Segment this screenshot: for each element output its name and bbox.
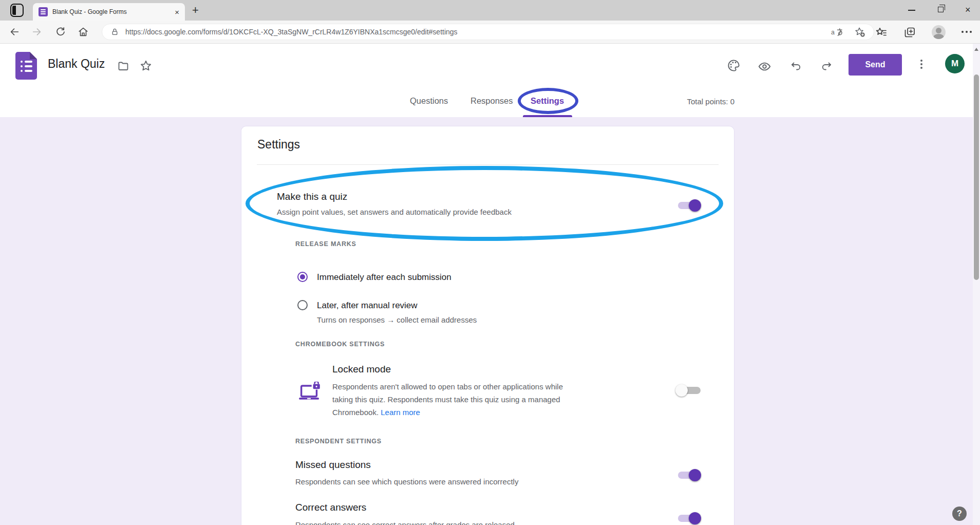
tab-title: Blank Quiz - Google Forms	[52, 8, 171, 15]
window-restore-button[interactable]	[938, 7, 944, 12]
google-forms-logo-icon[interactable]	[15, 52, 37, 80]
learn-more-link[interactable]: Learn more	[381, 408, 420, 417]
locked-mode-desc-line3: Chromebook. Learn more	[332, 406, 420, 419]
scrollbar-thumb[interactable]	[974, 74, 979, 280]
window-minimize-button[interactable]	[908, 10, 915, 11]
document-title[interactable]: Blank Quiz	[48, 57, 105, 71]
correct-answers-toggle[interactable]	[675, 512, 701, 525]
form-nav: Questions Responses Settings Total point…	[0, 87, 980, 117]
chromebook-settings-header: CHROMEBOOK SETTINGS	[295, 341, 385, 348]
locked-mode-laptop-lock-icon	[299, 382, 323, 402]
total-points-label: Total points: 0	[687, 97, 734, 106]
send-button[interactable]: Send	[849, 54, 902, 76]
star-icon[interactable]	[139, 59, 153, 72]
theme-palette-icon[interactable]	[727, 59, 741, 72]
translate-icon[interactable]: a	[831, 27, 844, 38]
correct-answers-title: Correct answers	[295, 502, 366, 513]
refresh-icon[interactable]	[55, 26, 66, 38]
preview-eye-icon[interactable]	[758, 60, 771, 73]
forms-header: Blank Quiz Send M	[0, 44, 980, 87]
annotation-ellipse-settings-tab	[518, 88, 578, 114]
url-text: https://docs.google.com/forms/d/1OKCFcL-…	[125, 28, 458, 36]
google-forms-favicon-icon	[39, 7, 48, 16]
radio-later-label[interactable]: Later, after manual review	[317, 301, 418, 311]
locked-mode-desc-line1: Respondents aren't allowed to open tabs …	[332, 380, 563, 393]
collections-icon[interactable]	[903, 26, 916, 39]
browser-profile-avatar[interactable]	[932, 25, 946, 39]
locked-mode-title: Locked mode	[332, 364, 391, 375]
locked-mode-desc-line3-text: Chromebook.	[332, 408, 379, 417]
svg-text:a: a	[831, 29, 835, 36]
annotation-ellipse-make-quiz	[246, 166, 723, 241]
radio-later-note: Turns on responses → collect email addre…	[317, 315, 477, 324]
undo-icon[interactable]	[790, 61, 802, 73]
missed-questions-title: Missed questions	[295, 459, 371, 471]
radio-immediately-label[interactable]: Immediately after each submission	[317, 272, 451, 283]
release-marks-header: RELEASE MARKS	[295, 240, 356, 248]
locked-mode-desc-line2: taking this quiz. Respondents must take …	[332, 393, 560, 406]
radio-later[interactable]	[297, 300, 308, 310]
move-to-folder-icon[interactable]	[117, 60, 129, 72]
lock-icon	[110, 28, 119, 36]
correct-answers-subtitle: Respondents can see correct answers afte…	[295, 520, 515, 525]
back-icon[interactable]	[9, 26, 20, 38]
respondent-settings-header: RESPONDENT SETTINGS	[295, 438, 382, 445]
settings-card: Settings Make this a quiz Assign point v…	[241, 126, 734, 525]
favorites-icon[interactable]	[875, 26, 888, 39]
help-button[interactable]: ?	[952, 507, 967, 521]
new-tab-button[interactable]: +	[192, 3, 199, 17]
locked-mode-toggle[interactable]	[675, 384, 701, 397]
browser-menu-ellipsis-icon[interactable]	[962, 31, 964, 33]
tab-close-icon[interactable]: ×	[175, 8, 179, 16]
forward-icon[interactable]	[31, 26, 43, 38]
address-bar[interactable]: https://docs.google.com/forms/d/1OKCFcL-…	[102, 24, 874, 40]
account-avatar[interactable]: M	[945, 54, 965, 73]
missed-questions-subtitle: Respondents can see which questions were…	[295, 477, 518, 486]
tab-responses[interactable]: Responses	[470, 96, 513, 106]
add-favorite-star-icon[interactable]	[854, 26, 865, 38]
window-close-button[interactable]: ×	[965, 5, 971, 15]
tab-actions-menu-icon[interactable]	[10, 4, 24, 17]
browser-toolbar: https://docs.google.com/forms/d/1OKCFcL-…	[0, 21, 980, 44]
missed-questions-toggle[interactable]	[675, 468, 701, 482]
scroll-up-arrow-icon[interactable]	[974, 48, 978, 51]
more-options-kebab-icon[interactable]	[920, 60, 922, 62]
browser-tab-strip: Blank Quiz - Google Forms × + ×	[0, 0, 980, 21]
radio-immediately[interactable]	[297, 272, 308, 282]
browser-window: Blank Quiz - Google Forms × + × https://…	[0, 0, 980, 525]
settings-heading: Settings	[257, 138, 300, 152]
page-scrollbar[interactable]	[973, 44, 980, 525]
home-icon[interactable]	[78, 26, 89, 38]
divider	[257, 164, 719, 165]
redo-icon[interactable]	[820, 61, 833, 73]
tab-questions[interactable]: Questions	[410, 96, 448, 106]
browser-tab[interactable]: Blank Quiz - Google Forms ×	[33, 3, 185, 21]
page-content: Settings Make this a quiz Assign point v…	[0, 117, 980, 525]
